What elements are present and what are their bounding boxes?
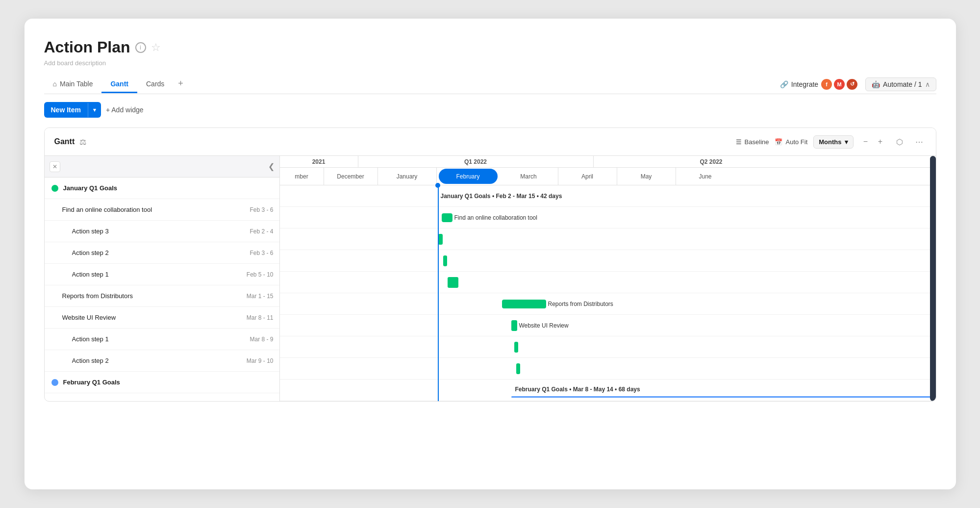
left-col-header: ✕ ❮ [45, 156, 279, 178]
new-item-dropdown-arrow[interactable]: ▾ [88, 103, 101, 117]
tab-cards[interactable]: Cards [137, 76, 173, 93]
automate-button[interactable]: 🤖 Automate / 1 ∧ [865, 77, 936, 91]
filter-icon[interactable]: ⚖ [79, 137, 86, 147]
star-icon[interactable]: ☆ [151, 41, 161, 54]
gantt-left-panel: ✕ ❮ January Q1 Goals Find an online coll… [45, 156, 280, 401]
app-container: Action Plan i ☆ Add board description ⌂ … [25, 19, 956, 489]
integrate-icons: f M ↺ [821, 79, 857, 90]
group-row-feb: February Q1 Goals [45, 372, 279, 393]
today-dot [435, 183, 440, 188]
page-header: Action Plan i ☆ [44, 38, 936, 56]
zoom-out-button[interactable]: − [859, 135, 872, 148]
row-name-distributors: Reports from Distributors [62, 292, 247, 300]
group-dot-feb [51, 379, 58, 386]
collapse-icon: ∧ [925, 80, 930, 88]
gantt-scrollbar[interactable] [930, 156, 936, 401]
robot-icon: 🤖 [872, 80, 880, 88]
puzzle-icon: 🔗 [780, 80, 788, 88]
bar-action3 [438, 234, 443, 245]
group-name-jan: January Q1 Goals [63, 184, 279, 192]
row-name-ui-review: Website UI Review [62, 314, 247, 321]
row-action1b: Action step 1 Mar 8 - 9 [45, 329, 279, 350]
bar-collab [442, 213, 452, 222]
timeline-header: 2021 Q1 2022 Q2 2022 mber December Jan [280, 156, 936, 185]
month-feb: February [439, 169, 498, 184]
bar-label-collab: Find an online collaboration tool [454, 214, 537, 221]
row-date-action2b: Mar 9 - 10 [247, 357, 274, 364]
gantt-content: ✕ ❮ January Q1 Goals Find an online coll… [45, 156, 936, 401]
tabs-right: 🔗 Integrate f M ↺ 🤖 Automate / 1 ∧ [780, 77, 936, 91]
quarter-q2-2022: Q2 2022 [594, 156, 829, 167]
month-jan: January [378, 168, 437, 185]
more-button[interactable]: ⋯ [912, 135, 926, 149]
gantt-title: Gantt [54, 137, 75, 146]
tl-row-action3 [280, 229, 936, 250]
tabs-left: ⌂ Main Table Gantt Cards + [44, 75, 188, 94]
bar-action2a [443, 255, 447, 266]
row-name-action1b: Action step 1 [72, 335, 250, 343]
gantt-header-right: ☰ Baseline 📅 Auto Fit Months ▾ − + ⬡ ⋯ [736, 135, 926, 149]
tl-row-feb-group: February Q1 Goals • Mar 8 - May 14 • 68 … [280, 380, 936, 401]
bar-action1b [514, 342, 518, 353]
app-icon-gmail: M [834, 79, 845, 90]
row-distributors: Reports from Distributors Mar 1 - 15 [45, 285, 279, 307]
zoom-buttons: − + [859, 135, 887, 148]
app-icon-1: f [821, 79, 832, 90]
tab-gantt[interactable]: Gantt [101, 76, 137, 93]
tl-row-action2a [280, 250, 936, 272]
new-item-button[interactable]: New Item ▾ [44, 102, 101, 118]
app-icon-3: ↺ [847, 79, 857, 90]
toolbar-row: New Item ▾ + Add widge [44, 102, 936, 118]
bar-action1a [448, 277, 458, 288]
month-dec: December [324, 168, 378, 185]
group-name-feb: February Q1 Goals [63, 379, 279, 386]
group-dot-jan [51, 185, 58, 192]
tab-add[interactable]: + [173, 75, 188, 94]
bar-label-ui-review: Website UI Review [519, 322, 569, 329]
row-ui-review: Website UI Review Mar 8 - 11 [45, 307, 279, 329]
info-icon[interactable]: i [135, 42, 146, 53]
bar-action2b [516, 363, 520, 374]
chevron-down-icon: ▾ [845, 138, 848, 146]
tabs-row: ⌂ Main Table Gantt Cards + 🔗 Integrate f… [44, 75, 936, 94]
tl-row-distributors: Reports from Distributors [280, 293, 936, 315]
board-description[interactable]: Add board description [44, 59, 936, 67]
calendar-icon: 📅 [775, 138, 782, 146]
tl-row-jan-group: January Q1 Goals • Feb 2 - Mar 15 • 42 d… [280, 185, 936, 207]
months-select[interactable]: Months ▾ [813, 135, 853, 149]
zoom-in-button[interactable]: + [874, 135, 887, 148]
row-collab-tool: Find an online collaboration tool Feb 3 … [45, 199, 279, 221]
feb-group-bar-underline [511, 396, 936, 398]
month-may: May [617, 168, 676, 185]
gantt-panel: Gantt ⚖ ☰ Baseline 📅 Auto Fit Months ▾ − [44, 127, 936, 402]
row-name-action2a: Action step 2 [72, 249, 250, 256]
tab-main-table[interactable]: ⌂ Main Table [44, 76, 102, 93]
row-name-collab: Find an online collaboration tool [62, 206, 250, 213]
export-button[interactable]: ⬡ [893, 135, 906, 149]
collapse-col-button[interactable]: ✕ [50, 161, 60, 172]
tl-row-ui-review: Website UI Review [280, 315, 936, 336]
row-date-action1b: Mar 8 - 9 [250, 336, 273, 343]
feb-group-bar-label: February Q1 Goals • Mar 8 - May 14 • 68 … [515, 386, 640, 393]
row-date-action3: Feb 2 - 4 [250, 228, 273, 235]
gantt-header-bar: Gantt ⚖ ☰ Baseline 📅 Auto Fit Months ▾ − [45, 128, 936, 156]
row-date-ui-review: Mar 8 - 11 [247, 314, 274, 321]
month-mar: March [500, 168, 558, 185]
integrate-button[interactable]: 🔗 Integrate f M ↺ [780, 79, 857, 90]
chevron-left-icon[interactable]: ❮ [268, 162, 275, 171]
gantt-header-left: Gantt ⚖ [54, 137, 87, 147]
row-date-distributors: Mar 1 - 15 [247, 293, 274, 300]
today-line [438, 185, 439, 401]
baseline-button[interactable]: ☰ Baseline [736, 138, 769, 146]
gantt-right-panel: 2021 Q1 2022 Q2 2022 mber December Jan [280, 156, 936, 401]
row-action2a: Action step 2 Feb 3 - 6 [45, 242, 279, 264]
month-nov: mber [280, 168, 324, 185]
add-widge-button[interactable]: + Add widge [106, 106, 144, 114]
row-date-action1a: Feb 5 - 10 [247, 271, 274, 278]
month-row: mber December January February March Apr… [280, 168, 936, 185]
tl-row-action1b [280, 336, 936, 358]
autofit-button[interactable]: 📅 Auto Fit [775, 138, 807, 146]
row-name-action1a: Action step 1 [72, 271, 247, 278]
row-action1a: Action step 1 Feb 5 - 10 [45, 264, 279, 285]
bar-ui-review [511, 320, 517, 331]
